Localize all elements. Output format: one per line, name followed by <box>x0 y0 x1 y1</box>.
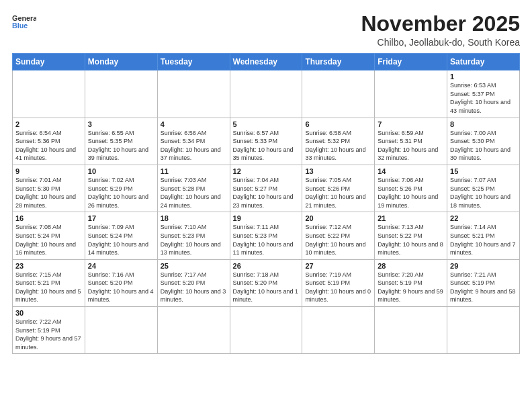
svg-text:Blue: Blue <box>12 21 28 30</box>
week-row-6: 30Sunrise: 7:22 AM Sunset: 5:19 PM Dayli… <box>13 307 520 354</box>
logo: General Blue <box>12 12 36 36</box>
day-number-7: 7 <box>378 120 444 128</box>
empty-cell <box>157 71 230 118</box>
day-number-15: 15 <box>450 167 517 175</box>
day-cell-30: 30Sunrise: 7:22 AM Sunset: 5:19 PM Dayli… <box>13 307 85 354</box>
day-cell-7: 7Sunrise: 6:59 AM Sunset: 5:31 PM Daylig… <box>375 118 447 165</box>
day-cell-5: 5Sunrise: 6:57 AM Sunset: 5:33 PM Daylig… <box>230 118 302 165</box>
week-row-4: 16Sunrise: 7:08 AM Sunset: 5:24 PM Dayli… <box>13 212 520 259</box>
day-info-29: Sunrise: 7:21 AM Sunset: 5:19 PM Dayligh… <box>450 271 517 304</box>
week-row-2: 2Sunrise: 6:54 AM Sunset: 5:36 PM Daylig… <box>13 118 520 165</box>
day-cell-16: 16Sunrise: 7:08 AM Sunset: 5:24 PM Dayli… <box>13 212 85 259</box>
weekday-wednesday: Wednesday <box>230 54 302 71</box>
empty-cell <box>447 307 520 354</box>
day-number-24: 24 <box>88 262 154 270</box>
empty-cell <box>375 307 447 354</box>
empty-cell <box>230 71 302 118</box>
day-cell-26: 26Sunrise: 7:18 AM Sunset: 5:20 PM Dayli… <box>230 259 302 306</box>
weekday-friday: Friday <box>375 54 447 71</box>
day-number-20: 20 <box>305 214 371 222</box>
logo-icon: General Blue <box>12 12 36 36</box>
empty-cell <box>375 71 447 118</box>
day-info-10: Sunrise: 7:02 AM Sunset: 5:29 PM Dayligh… <box>88 176 154 210</box>
day-info-7: Sunrise: 6:59 AM Sunset: 5:31 PM Dayligh… <box>378 129 444 163</box>
day-number-3: 3 <box>88 120 154 128</box>
day-cell-29: 29Sunrise: 7:21 AM Sunset: 5:19 PM Dayli… <box>447 259 520 306</box>
day-info-8: Sunrise: 7:00 AM Sunset: 5:30 PM Dayligh… <box>450 129 517 163</box>
day-number-10: 10 <box>88 167 154 175</box>
day-number-12: 12 <box>233 167 300 175</box>
week-row-5: 23Sunrise: 7:15 AM Sunset: 5:21 PM Dayli… <box>13 259 520 306</box>
day-number-5: 5 <box>233 120 300 128</box>
day-cell-6: 6Sunrise: 6:58 AM Sunset: 5:32 PM Daylig… <box>302 118 375 165</box>
page: General Blue November 2025 Chilbo, Jeoll… <box>0 0 532 411</box>
svg-text:General: General <box>12 14 36 22</box>
day-cell-10: 10Sunrise: 7:02 AM Sunset: 5:29 PM Dayli… <box>85 165 157 212</box>
day-cell-17: 17Sunrise: 7:09 AM Sunset: 5:24 PM Dayli… <box>85 212 157 259</box>
day-info-21: Sunrise: 7:13 AM Sunset: 5:22 PM Dayligh… <box>378 223 444 257</box>
day-info-13: Sunrise: 7:05 AM Sunset: 5:26 PM Dayligh… <box>305 176 371 210</box>
day-cell-8: 8Sunrise: 7:00 AM Sunset: 5:30 PM Daylig… <box>447 118 520 165</box>
day-number-4: 4 <box>161 120 227 128</box>
day-number-21: 21 <box>378 214 444 222</box>
empty-cell <box>230 307 302 354</box>
empty-cell <box>302 307 375 354</box>
day-cell-20: 20Sunrise: 7:12 AM Sunset: 5:22 PM Dayli… <box>302 212 375 259</box>
day-number-1: 1 <box>450 73 517 81</box>
day-number-17: 17 <box>88 214 154 222</box>
day-cell-28: 28Sunrise: 7:20 AM Sunset: 5:19 PM Dayli… <box>375 259 447 306</box>
day-cell-18: 18Sunrise: 7:10 AM Sunset: 5:23 PM Dayli… <box>157 212 230 259</box>
day-info-18: Sunrise: 7:10 AM Sunset: 5:23 PM Dayligh… <box>161 223 227 257</box>
day-info-28: Sunrise: 7:20 AM Sunset: 5:19 PM Dayligh… <box>378 271 444 304</box>
day-cell-23: 23Sunrise: 7:15 AM Sunset: 5:21 PM Dayli… <box>13 259 85 306</box>
day-info-14: Sunrise: 7:06 AM Sunset: 5:26 PM Dayligh… <box>378 176 444 210</box>
day-cell-4: 4Sunrise: 6:56 AM Sunset: 5:34 PM Daylig… <box>157 118 230 165</box>
weekday-sunday: Sunday <box>13 54 85 71</box>
day-number-2: 2 <box>15 120 82 128</box>
day-cell-24: 24Sunrise: 7:16 AM Sunset: 5:20 PM Dayli… <box>85 259 157 306</box>
day-info-4: Sunrise: 6:56 AM Sunset: 5:34 PM Dayligh… <box>161 129 227 163</box>
day-info-9: Sunrise: 7:01 AM Sunset: 5:30 PM Dayligh… <box>15 176 82 210</box>
weekday-saturday: Saturday <box>447 54 520 71</box>
day-cell-27: 27Sunrise: 7:19 AM Sunset: 5:19 PM Dayli… <box>302 259 375 306</box>
title-block: November 2025 Chilbo, Jeollabuk-do, Sout… <box>361 12 520 48</box>
empty-cell <box>302 71 375 118</box>
day-number-26: 26 <box>233 262 300 270</box>
day-cell-2: 2Sunrise: 6:54 AM Sunset: 5:36 PM Daylig… <box>13 118 85 165</box>
day-info-20: Sunrise: 7:12 AM Sunset: 5:22 PM Dayligh… <box>305 223 371 257</box>
empty-cell <box>85 307 157 354</box>
day-info-30: Sunrise: 7:22 AM Sunset: 5:19 PM Dayligh… <box>15 318 82 351</box>
day-cell-15: 15Sunrise: 7:07 AM Sunset: 5:25 PM Dayli… <box>447 165 520 212</box>
weekday-monday: Monday <box>85 54 157 71</box>
day-info-6: Sunrise: 6:58 AM Sunset: 5:32 PM Dayligh… <box>305 129 371 163</box>
day-info-15: Sunrise: 7:07 AM Sunset: 5:25 PM Dayligh… <box>450 176 517 210</box>
weekday-header-row: SundayMondayTuesdayWednesdayThursdayFrid… <box>13 54 520 71</box>
day-info-2: Sunrise: 6:54 AM Sunset: 5:36 PM Dayligh… <box>15 129 82 163</box>
day-number-28: 28 <box>378 262 444 270</box>
day-info-17: Sunrise: 7:09 AM Sunset: 5:24 PM Dayligh… <box>88 223 154 257</box>
day-cell-9: 9Sunrise: 7:01 AM Sunset: 5:30 PM Daylig… <box>13 165 85 212</box>
location: Chilbo, Jeollabuk-do, South Korea <box>361 37 520 48</box>
day-number-8: 8 <box>450 120 517 128</box>
day-info-27: Sunrise: 7:19 AM Sunset: 5:19 PM Dayligh… <box>305 271 371 304</box>
day-cell-11: 11Sunrise: 7:03 AM Sunset: 5:28 PM Dayli… <box>157 165 230 212</box>
day-number-19: 19 <box>233 214 300 222</box>
day-cell-19: 19Sunrise: 7:11 AM Sunset: 5:23 PM Dayli… <box>230 212 302 259</box>
day-info-5: Sunrise: 6:57 AM Sunset: 5:33 PM Dayligh… <box>233 129 300 163</box>
day-info-1: Sunrise: 6:53 AM Sunset: 5:37 PM Dayligh… <box>450 81 517 115</box>
day-info-22: Sunrise: 7:14 AM Sunset: 5:21 PM Dayligh… <box>450 223 517 257</box>
day-number-23: 23 <box>15 262 82 270</box>
weekday-thursday: Thursday <box>302 54 375 71</box>
week-row-3: 9Sunrise: 7:01 AM Sunset: 5:30 PM Daylig… <box>13 165 520 212</box>
day-number-16: 16 <box>15 214 82 222</box>
day-number-14: 14 <box>378 167 444 175</box>
day-cell-3: 3Sunrise: 6:55 AM Sunset: 5:35 PM Daylig… <box>85 118 157 165</box>
day-info-12: Sunrise: 7:04 AM Sunset: 5:27 PM Dayligh… <box>233 176 300 210</box>
day-info-11: Sunrise: 7:03 AM Sunset: 5:28 PM Dayligh… <box>161 176 227 210</box>
day-info-24: Sunrise: 7:16 AM Sunset: 5:20 PM Dayligh… <box>88 271 154 304</box>
day-cell-25: 25Sunrise: 7:17 AM Sunset: 5:20 PM Dayli… <box>157 259 230 306</box>
day-number-13: 13 <box>305 167 371 175</box>
day-number-27: 27 <box>305 262 371 270</box>
day-cell-22: 22Sunrise: 7:14 AM Sunset: 5:21 PM Dayli… <box>447 212 520 259</box>
empty-cell <box>85 71 157 118</box>
